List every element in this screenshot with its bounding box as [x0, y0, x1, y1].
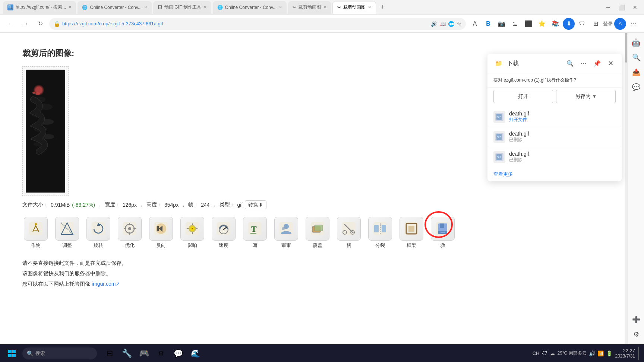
read-aloud-icon[interactable]: 🔊 — [431, 21, 437, 27]
tab-3[interactable]: 🎞 动画 GIF 制作工具 ✕ — [153, 1, 211, 14]
tab-5[interactable]: ✂ 裁剪动画图 ✕ — [288, 1, 331, 14]
tab-2[interactable]: 🌐 Online Converter - Conv... ✕ — [78, 1, 152, 14]
open-button[interactable]: 打开 — [493, 90, 553, 103]
copilot-icon[interactable]: A — [469, 18, 481, 30]
tab-5-close[interactable]: ✕ — [323, 5, 326, 10]
gif-preview-inner — [26, 70, 65, 193]
screenshot-icon[interactable]: 📷 — [496, 18, 508, 30]
taskbar-desktop-btn[interactable] — [638, 347, 641, 360]
tab-4-close[interactable]: ✕ — [279, 5, 282, 10]
tool-text[interactable]: T 写 — [242, 217, 268, 249]
tool-overlay[interactable]: 覆盖 — [304, 217, 331, 249]
tab-1[interactable]: 🔍 https://ezgif.com/ - 搜索... ✕ — [3, 1, 76, 14]
taskbar-app-2[interactable]: 🎮 — [136, 345, 152, 362]
favorites-icon[interactable]: ☆ — [457, 21, 461, 27]
tool-cut[interactable]: 切 — [335, 217, 362, 249]
svg-rect-55 — [374, 225, 379, 232]
svg-rect-77 — [8, 354, 12, 357]
taskbar-right: CH 🛡 ☁ 29°C 局部多云 🔊 📶 🔋 22:27 2023/7/31 — [533, 347, 641, 360]
tool-reverse[interactable]: 反向 — [148, 217, 174, 249]
tool-optimize[interactable]: 优化 — [116, 217, 143, 249]
minimize-button[interactable]: ─ — [602, 1, 614, 13]
refresh-button[interactable]: ↻ — [34, 18, 46, 30]
close-button[interactable]: ✕ — [629, 1, 641, 13]
file-frames: 244 — [201, 202, 209, 208]
tool-rotate[interactable]: 旋转 — [85, 217, 112, 249]
dl-status-3: 已删除 — [509, 157, 616, 163]
tab-6[interactable]: ✂ 裁剪动画图 ✕ — [332, 1, 376, 14]
maximize-button[interactable]: ⬜ — [616, 1, 628, 13]
taskbar-steam[interactable]: ⚙ — [153, 345, 169, 362]
start-button[interactable] — [3, 347, 21, 360]
tab-3-close[interactable]: ✕ — [203, 5, 207, 10]
taskbar-clock: 22:27 — [615, 348, 635, 353]
add-favorites-icon[interactable]: ⭐ — [536, 18, 548, 30]
tool-cut-label: 切 — [347, 242, 351, 249]
forward-button[interactable]: → — [19, 18, 31, 30]
taskbar-edge[interactable]: 🌊 — [187, 345, 203, 362]
sidebar-share-btn[interactable]: 📤 — [629, 66, 643, 79]
panel-close-button[interactable]: ✕ — [605, 58, 616, 69]
file-type: gif — [237, 202, 243, 208]
tab-6-close[interactable]: ✕ — [368, 5, 371, 10]
dl-info-2: death.gif 已删除 — [509, 131, 616, 143]
tab-2-close[interactable]: ✕ — [144, 5, 147, 10]
collections-icon[interactable]: 🗂 — [509, 18, 521, 30]
tool-save[interactable]: 救 — [429, 217, 456, 249]
scroll-thumb[interactable] — [625, 33, 627, 63]
bing-icon[interactable]: B — [482, 18, 494, 30]
tool-effect[interactable]: 影响 — [179, 217, 206, 249]
taskbar-network-icon[interactable]: 📶 — [597, 350, 604, 356]
panel-more-icon[interactable]: ⋯ — [578, 58, 589, 69]
action-question: 要对 ezgif.com-crop (1).gif 执行什么操作? — [493, 77, 616, 83]
panel-search-icon[interactable]: 🔍 — [565, 58, 575, 69]
svg-rect-56 — [382, 225, 386, 232]
taskbar-search[interactable]: 🔍 搜索 — [22, 347, 97, 359]
reader-view-icon[interactable]: 📖 — [439, 21, 446, 27]
see-more-link[interactable]: 查看更多 — [487, 167, 622, 181]
sidebar-feedback-btn[interactable]: 💬 — [629, 80, 643, 94]
taskbar-wechat[interactable]: 💬 — [170, 345, 186, 362]
sidebar-copilot-btn[interactable]: 🤖 — [629, 36, 643, 49]
back-button[interactable]: ← — [4, 18, 16, 30]
type-label: 类型： — [220, 201, 235, 208]
taskbar-volume-icon[interactable]: 🔊 — [589, 350, 595, 356]
tool-frame[interactable]: 框架 — [398, 217, 425, 249]
apps-icon[interactable]: ⊞ — [590, 18, 602, 30]
tab-4[interactable]: 🌐 Online Converter - Conv... ✕ — [213, 1, 287, 14]
scroll-track[interactable] — [625, 33, 628, 344]
tool-edit[interactable]: 作物 — [22, 217, 49, 249]
tool-split[interactable]: 分裂 — [367, 217, 394, 249]
taskbar-app-1[interactable]: 🔧 — [119, 345, 135, 362]
saveas-button[interactable]: 另存为 ▼ — [556, 90, 616, 103]
tool-speed[interactable]: 速度 — [210, 217, 237, 249]
tool-speed-label: 速度 — [219, 242, 228, 249]
sidebar-settings-btn[interactable]: ⚙ — [629, 328, 643, 341]
imgur-link[interactable]: imgur.com↗ — [92, 281, 120, 287]
tool-rotate-icon — [86, 217, 110, 241]
svg-rect-76 — [12, 350, 16, 353]
taskbar-taskview[interactable]: ⊟ — [101, 345, 118, 362]
settings-menu-icon[interactable]: ⋯ — [628, 18, 640, 30]
new-tab-button[interactable]: + — [378, 2, 388, 13]
split-screen-icon[interactable]: ⬛ — [523, 18, 534, 30]
sidebar-add-btn[interactable]: ➕ — [629, 313, 643, 326]
favorites-sidebar-icon[interactable]: 📚 — [549, 18, 561, 30]
taskbar-weather-icon: ☁ — [550, 350, 555, 356]
taskbar-time[interactable]: 22:27 2023/7/31 — [615, 348, 635, 359]
translate-icon[interactable]: 🌐 — [448, 21, 454, 27]
panel-folder-icon[interactable]: 📁 — [493, 58, 504, 69]
tool-adjust[interactable]: 调整 — [54, 217, 80, 249]
tab-1-close[interactable]: ✕ — [68, 5, 72, 10]
taskbar-search-text: 搜索 — [35, 350, 45, 357]
convert-button[interactable]: 转换 ⬇ — [245, 200, 266, 209]
tool-review[interactable]: 审审 — [273, 217, 300, 249]
url-bar[interactable]: 🔒 https://ezgif.com/crop/ezgif-5-373c437… — [49, 18, 466, 30]
dl-status-1[interactable]: 打开文件 — [509, 117, 616, 123]
downloads-button[interactable]: ⬇ — [563, 18, 575, 30]
tool-overlay-icon — [306, 217, 329, 241]
account-button[interactable]: A — [614, 18, 626, 30]
panel-pin-icon[interactable]: 📌 — [592, 58, 602, 69]
browser-essentials-icon[interactable]: 🛡 — [576, 18, 588, 30]
sidebar-search-btn[interactable]: 🔍 — [629, 51, 643, 64]
